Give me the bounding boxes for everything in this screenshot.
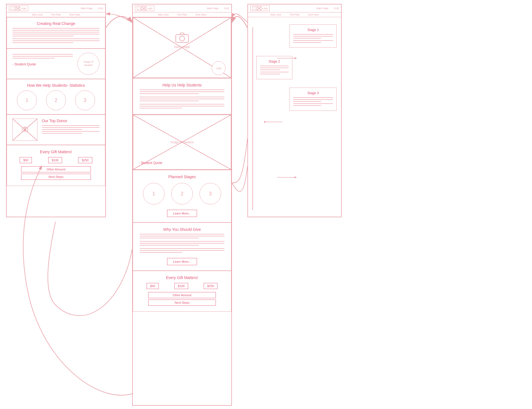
line: [260, 70, 280, 70]
left-gift-title: Every Gift Matters!: [12, 150, 99, 154]
left-other-amount[interactable]: Other Amount: [21, 166, 91, 172]
center-student-quote: Image of Student - Student Quote: [133, 114, 231, 170]
left-nav: Logo Main Page FAQ: [7, 4, 105, 12]
left-circle-3: 3: [75, 90, 95, 110]
center-student-quote-text: - Student Quote: [139, 161, 162, 165]
left-amount-100[interactable]: $100: [48, 157, 62, 163]
line-group: [140, 241, 224, 246]
left-amount-50[interactable]: $50: [20, 157, 32, 163]
left-nav-faq: FAQ: [98, 7, 103, 10]
line: [12, 42, 73, 43]
center-subnav-whygive: Why Give: [158, 13, 169, 16]
center-nav-links: Main Page FAQ: [207, 7, 229, 10]
left-circle-1: 1: [17, 90, 37, 110]
right-nav-links: Main Page FAQ: [316, 7, 339, 10]
line: [293, 36, 333, 37]
right-nav-faq: FAQ: [334, 7, 339, 10]
right-stage3-title: Stage 3: [293, 91, 333, 95]
line: [12, 34, 99, 34]
line: [293, 97, 333, 98]
wireframe-page: Logo Main Page FAQ Why Give The Plan Giv…: [0, 0, 532, 409]
left-amount-buttons: $50 $100 $250: [12, 156, 99, 164]
center-hero-label: Hero Image: [174, 45, 190, 48]
line: [140, 252, 182, 253]
center-subnav-givenow: Give Now: [195, 13, 206, 16]
center-help-students: Help Us Help Students: [133, 78, 231, 114]
line: [12, 54, 73, 55]
left-logo-text: Logo: [21, 7, 26, 10]
center-wireframe: Logo Main Page FAQ Why Give The Plan Giv…: [132, 4, 232, 406]
center-subnav: Why Give The Plan Give Now: [133, 12, 231, 17]
center-logo-text: Logo: [147, 7, 152, 10]
center-nav: Logo Main Page FAQ: [133, 4, 231, 12]
left-next-steps[interactable]: Next Steps: [21, 174, 91, 180]
right-stage3-wrapper: Stage 3: [256, 88, 337, 111]
center-learn-more-stages[interactable]: Learn More...: [167, 210, 197, 217]
left-amount-250[interactable]: $250: [78, 157, 92, 163]
line: [140, 243, 224, 244]
line: [12, 32, 99, 32]
line: [12, 58, 55, 58]
right-wireframe: Logo Main Page FAQ Why Give The Plan Giv…: [247, 4, 342, 217]
center-why-give: Why You Should Give Learn More...: [133, 223, 231, 271]
line: [12, 36, 73, 36]
line: [140, 101, 199, 101]
line: [12, 56, 73, 57]
right-logo-text: Logo: [262, 7, 268, 10]
center-amount-250[interactable]: $250: [204, 283, 218, 289]
big-arrow-right: [232, 16, 247, 28]
line: [140, 234, 224, 234]
left-statistics-title: How We Help Students- Statistics: [12, 83, 99, 88]
left-quote-text-area: - Student Quote: [12, 53, 73, 66]
right-stage3-box: Stage 3: [290, 88, 337, 111]
center-learn-more-why[interactable]: Learn More...: [167, 258, 197, 265]
center-amount-100[interactable]: $100: [174, 283, 188, 289]
left-student-quote-text: - Student Quote: [12, 62, 73, 66]
line-group: [140, 97, 224, 101]
line-group: [140, 248, 224, 253]
center-stage-circle-3: 3: [200, 183, 221, 204]
line: [293, 38, 321, 39]
line: [42, 125, 99, 126]
line: [140, 250, 224, 251]
line-group: [293, 103, 333, 106]
center-other-amount[interactable]: Other Amount: [148, 292, 216, 298]
line: [260, 68, 289, 68]
left-student-image-circle: Image of Student: [77, 53, 99, 75]
line: [140, 91, 224, 92]
center-next-steps[interactable]: Next Steps: [148, 300, 216, 306]
right-stage1-wrapper: Stage 1: [256, 24, 337, 48]
line: [140, 97, 224, 97]
camera-icon: [22, 127, 28, 133]
left-wireframe: Logo Main Page FAQ Why Give The Plan Giv…: [6, 4, 106, 217]
line: [140, 99, 224, 99]
arrow-center-to-right-curve: [232, 139, 247, 183]
left-student-image-label: Image of Student: [79, 60, 98, 67]
left-donor-title: Our Top Donor: [42, 119, 99, 123]
big-arrow-left: [106, 16, 132, 28]
center-amount-buttons: $50 $100 $250: [140, 282, 224, 290]
left-subnav: Why Give The Plan Give Now: [7, 12, 105, 17]
line: [260, 72, 289, 72]
left-gift-section: Every Gift Matters! $50 $100 $250 Other …: [7, 145, 105, 186]
center-amount-50[interactable]: $50: [147, 283, 159, 289]
right-stage2-box: Stage 2: [256, 56, 292, 79]
right-nav-main: Main Page: [316, 7, 328, 10]
center-planned-stages: Planned Stages 1 2 3 Learn More...: [133, 170, 231, 223]
left-donor-image: [12, 119, 37, 141]
center-hero-camera: Hero Image: [174, 32, 190, 48]
left-circles-row: 1 2 3: [12, 90, 99, 110]
line-group: [260, 72, 289, 74]
line: [140, 238, 199, 238]
right-stage1-title: Stage 1: [293, 28, 333, 32]
center-stage-circle-2: 2: [171, 183, 193, 204]
line: [293, 101, 321, 102]
line: [12, 30, 99, 30]
left-statistics: How We Help Students- Statistics 1 2 3: [7, 79, 105, 114]
left-creating-real-change: Creating Real Change: [7, 17, 105, 48]
line: [42, 129, 82, 130]
arrow-right-to-center: [232, 14, 247, 22]
left-nav-links: Main Page FAQ: [81, 7, 103, 10]
center-hero: Hero Image Logo: [133, 17, 231, 78]
right-stages-layout: Stage 1 Stage 2: [248, 17, 341, 214]
